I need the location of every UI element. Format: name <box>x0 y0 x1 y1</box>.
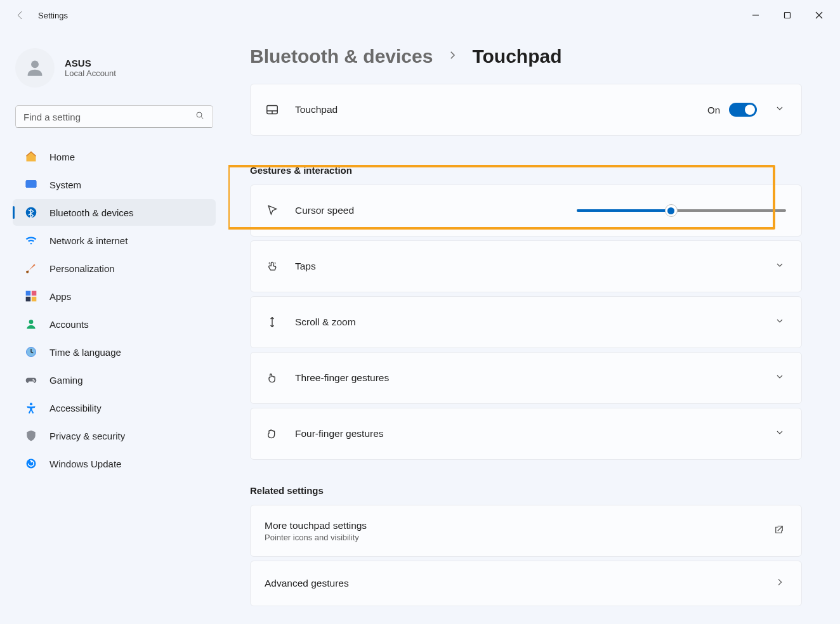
svg-rect-12 <box>32 291 37 296</box>
nav-label: Apps <box>49 291 71 302</box>
cursor-speed-card: Cursor speed <box>250 185 802 237</box>
toggle-state: On <box>707 105 720 115</box>
svg-point-4 <box>31 60 39 68</box>
nav-label: System <box>49 179 81 190</box>
svg-point-15 <box>29 320 34 324</box>
nav-privacy[interactable]: Privacy & security <box>13 422 216 449</box>
nav-label: Accounts <box>49 319 89 330</box>
nav-accessibility[interactable]: Accessibility <box>13 394 216 421</box>
back-button[interactable] <box>14 9 27 22</box>
advanced-gestures-label: Advanced gestures <box>265 578 349 589</box>
svg-point-10 <box>26 271 29 273</box>
advanced-gestures-card[interactable]: Advanced gestures <box>250 561 802 606</box>
search-icon <box>195 110 205 123</box>
update-icon <box>24 457 38 471</box>
person-icon <box>24 317 38 331</box>
four-finger-label: Four-finger gestures <box>295 428 384 439</box>
nav-label: Home <box>49 152 75 162</box>
chevron-down-icon[interactable] <box>772 260 787 273</box>
touchpad-toggle[interactable] <box>729 103 757 117</box>
nav-label: Personalization <box>49 263 115 274</box>
system-icon <box>24 178 38 192</box>
titlebar: Settings <box>0 0 840 30</box>
chevron-right-icon <box>447 49 458 63</box>
search-input[interactable] <box>23 112 195 122</box>
related-section-title: Related settings <box>250 485 802 496</box>
account-block[interactable]: ASUS Local Account <box>0 43 228 100</box>
nav-label: Accessibility <box>49 403 102 413</box>
nav-label: Network & internet <box>49 235 128 246</box>
accessibility-icon <box>24 401 38 415</box>
touchpad-card[interactable]: Touchpad On <box>250 84 802 136</box>
touchpad-label: Touchpad <box>295 104 338 115</box>
svg-point-19 <box>34 380 35 382</box>
chevron-down-icon[interactable] <box>772 103 787 116</box>
more-touchpad-card[interactable]: More touchpad settings Pointer icons and… <box>250 505 802 557</box>
nav-windows-update[interactable]: Windows Update <box>13 450 216 477</box>
sidebar: ASUS Local Account Home <box>0 30 228 624</box>
svg-line-6 <box>201 117 203 119</box>
four-finger-card[interactable]: Four-finger gestures <box>250 408 802 460</box>
more-touchpad-sub: Pointer icons and visibility <box>265 533 367 542</box>
cursor-icon <box>265 204 280 217</box>
nav-time-language[interactable]: Time & language <box>13 339 216 365</box>
nav-gaming[interactable]: Gaming <box>13 367 216 393</box>
taps-label: Taps <box>295 261 316 272</box>
nav-label: Time & language <box>49 347 121 358</box>
nav-home[interactable]: Home <box>13 143 216 170</box>
more-touchpad-label: More touchpad settings <box>265 520 367 531</box>
close-button[interactable] <box>803 3 835 28</box>
scroll-zoom-card[interactable]: Scroll & zoom <box>250 296 802 348</box>
nav: Home System Bluetooth & devices Network … <box>0 138 228 477</box>
breadcrumb-parent[interactable]: Bluetooth & devices <box>250 46 433 67</box>
svg-point-18 <box>32 379 34 380</box>
shield-icon <box>24 429 38 443</box>
cursor-speed-label: Cursor speed <box>295 205 354 216</box>
scroll-zoom-label: Scroll & zoom <box>295 316 356 328</box>
external-link-icon <box>771 524 787 538</box>
svg-point-9 <box>26 207 37 218</box>
svg-rect-14 <box>32 297 37 302</box>
window-controls <box>740 3 835 28</box>
wifi-icon <box>24 233 38 247</box>
cursor-speed-slider[interactable] <box>577 205 786 216</box>
nav-bluetooth-devices[interactable]: Bluetooth & devices <box>13 199 216 226</box>
nav-accounts[interactable]: Accounts <box>13 311 216 337</box>
hand-icon <box>265 427 280 440</box>
chevron-down-icon[interactable] <box>772 316 787 328</box>
gestures-section-title: Gestures & interaction <box>250 165 802 176</box>
three-finger-card[interactable]: Three-finger gestures <box>250 352 802 404</box>
minimize-button[interactable] <box>740 3 771 28</box>
breadcrumb: Bluetooth & devices Touchpad <box>250 46 802 67</box>
svg-point-5 <box>197 112 202 117</box>
search-box[interactable] <box>15 105 213 128</box>
svg-rect-1 <box>785 13 791 18</box>
clock-globe-icon <box>24 345 38 359</box>
nav-system[interactable]: System <box>13 171 216 198</box>
svg-rect-8 <box>26 180 37 188</box>
account-sub: Local Account <box>65 68 116 78</box>
nav-personalization[interactable]: Personalization <box>13 255 216 282</box>
svg-rect-13 <box>26 297 31 302</box>
account-name: ASUS <box>65 58 116 68</box>
slider-thumb[interactable] <box>665 204 678 217</box>
chevron-right-icon[interactable] <box>772 577 787 590</box>
app-title: Settings <box>38 11 68 20</box>
home-icon <box>24 150 38 164</box>
nav-label: Windows Update <box>49 458 121 469</box>
main-content: Bluetooth & devices Touchpad Touchpad On <box>228 30 840 624</box>
bluetooth-icon <box>24 205 38 219</box>
nav-network[interactable]: Network & internet <box>13 227 216 254</box>
hand-icon <box>265 372 280 384</box>
nav-label: Privacy & security <box>49 431 125 441</box>
chevron-down-icon[interactable] <box>772 372 787 384</box>
titlebar-left: Settings <box>5 9 68 22</box>
avatar <box>15 48 55 88</box>
maximize-button[interactable] <box>771 3 803 28</box>
nav-apps[interactable]: Apps <box>13 283 216 309</box>
taps-card[interactable]: Taps <box>250 240 802 292</box>
gamepad-icon <box>24 373 38 387</box>
nav-label: Bluetooth & devices <box>49 207 134 218</box>
chevron-down-icon[interactable] <box>772 427 787 440</box>
brush-icon <box>24 261 38 275</box>
